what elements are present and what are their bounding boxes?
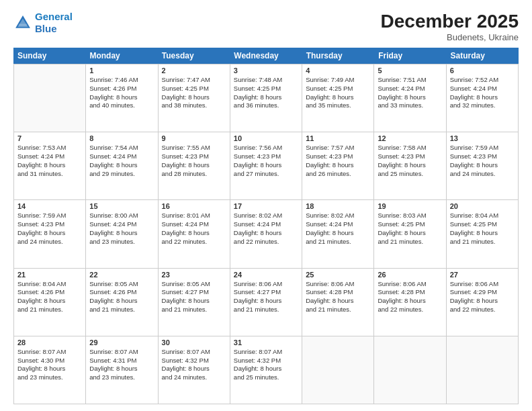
weekday-header-wednesday: Wednesday [230,48,302,64]
cell-info-line: and 22 minutes. [378,306,442,314]
day-cell-1: 1Sunrise: 7:46 AMSunset: 4:26 PMDaylight… [86,64,158,132]
empty-cell [447,336,519,404]
cell-info-line: Sunrise: 7:46 AM [89,76,154,85]
cell-info-line: and 24 minutes. [17,238,82,246]
day-cell-28: 28Sunrise: 8:07 AMSunset: 4:30 PMDayligh… [14,336,86,404]
cell-info-line: and 21 minutes. [162,306,226,314]
cell-info-line: Sunset: 4:23 PM [17,220,82,229]
day-cell-7: 7Sunrise: 7:53 AMSunset: 4:24 PMDaylight… [14,132,86,199]
day-number: 29 [89,338,154,347]
calendar-row-4: 21Sunrise: 8:04 AMSunset: 4:26 PMDayligh… [13,268,519,336]
day-number: 24 [234,271,298,279]
day-number: 23 [162,271,226,279]
cell-info-line: Daylight: 8 hours [450,297,515,306]
cell-info-line: Sunset: 4:31 PM [89,357,154,365]
title-block: December 2025 Budenets, Ukraine [381,11,519,42]
day-cell-21: 21Sunrise: 8:04 AMSunset: 4:26 PMDayligh… [14,269,86,336]
day-number: 15 [89,202,154,210]
calendar-row-2: 7Sunrise: 7:53 AMSunset: 4:24 PMDaylight… [13,132,519,199]
cell-info-line: Sunset: 4:32 PM [234,357,298,365]
cell-info-line: Sunset: 4:23 PM [306,152,370,161]
cell-info-line: Sunrise: 7:59 AM [450,144,515,152]
cell-info-line: Sunset: 4:24 PM [450,85,515,93]
day-cell-5: 5Sunrise: 7:51 AMSunset: 4:24 PMDaylight… [374,64,446,132]
weekday-header-tuesday: Tuesday [158,48,230,64]
day-cell-29: 29Sunrise: 8:07 AMSunset: 4:31 PMDayligh… [86,336,158,404]
day-number: 6 [450,66,515,75]
day-number: 3 [234,66,298,75]
calendar-header: SundayMondayTuesdayWednesdayThursdayFrid… [13,48,519,64]
empty-cell [302,336,374,404]
day-number: 2 [162,66,226,75]
month-title: December 2025 [381,11,519,32]
empty-cell [374,336,446,404]
day-number: 28 [17,338,82,347]
day-number: 31 [234,338,298,347]
cell-info-line: Sunrise: 8:05 AM [162,280,226,289]
day-number: 21 [17,271,82,279]
cell-info-line: and 29 minutes. [89,170,154,179]
cell-info-line: Sunrise: 7:53 AM [17,144,82,152]
cell-info-line: Sunrise: 8:06 AM [450,280,515,289]
cell-info-line: Sunset: 4:24 PM [162,220,226,229]
cell-info-line: Sunrise: 7:58 AM [378,144,442,152]
day-cell-20: 20Sunrise: 8:04 AMSunset: 4:25 PMDayligh… [447,200,519,267]
weekday-header-friday: Friday [374,48,446,64]
day-number: 9 [162,134,226,142]
cell-info-line: Sunrise: 8:03 AM [378,212,442,220]
cell-info-line: and 21 minutes. [234,306,298,314]
cell-info-line: Sunrise: 8:00 AM [89,212,154,220]
day-cell-18: 18Sunrise: 8:02 AMSunset: 4:24 PMDayligh… [302,200,374,267]
cell-info-line: Sunrise: 8:07 AM [89,348,154,357]
day-cell-9: 9Sunrise: 7:55 AMSunset: 4:23 PMDaylight… [159,132,230,199]
cell-info-line: Sunrise: 8:01 AM [162,212,226,220]
cell-info-line: Daylight: 8 hours [162,161,226,170]
cell-info-line: Sunset: 4:26 PM [89,288,154,297]
cell-info-line: and 23 minutes. [89,238,154,246]
cell-info-line: and 36 minutes. [234,101,298,110]
day-number: 5 [378,66,442,75]
cell-info-line: Sunset: 4:23 PM [234,152,298,161]
day-cell-23: 23Sunrise: 8:05 AMSunset: 4:27 PMDayligh… [159,269,230,336]
day-cell-3: 3Sunrise: 7:48 AMSunset: 4:25 PMDaylight… [230,64,302,132]
cell-info-line: Sunset: 4:26 PM [89,85,154,93]
cell-info-line: Sunset: 4:24 PM [17,152,82,161]
header: General Blue December 2025 Budenets, Ukr… [13,11,519,42]
cell-info-line: and 40 minutes. [89,101,154,110]
cell-info-line: Sunset: 4:25 PM [234,85,298,93]
cell-info-line: and 33 minutes. [378,101,442,110]
cell-info-line: Sunrise: 8:04 AM [17,280,82,289]
day-number: 22 [89,271,154,279]
day-cell-2: 2Sunrise: 7:47 AMSunset: 4:25 PMDaylight… [159,64,230,132]
cell-info-line: Sunset: 4:25 PM [162,85,226,93]
day-number: 16 [162,202,226,210]
day-cell-19: 19Sunrise: 8:03 AMSunset: 4:25 PMDayligh… [374,200,446,267]
cell-info-line: Sunset: 4:23 PM [378,152,442,161]
cell-info-line: Daylight: 8 hours [89,93,154,102]
cell-info-line: Sunrise: 8:04 AM [450,212,515,220]
cell-info-line: and 21 minutes. [306,238,370,246]
cell-info-line: Sunrise: 8:07 AM [162,348,226,357]
cell-info-line: Sunrise: 8:05 AM [89,280,154,289]
cell-info-line: Daylight: 8 hours [234,93,298,102]
cell-info-line: Daylight: 8 hours [234,161,298,170]
cell-info-line: Sunrise: 8:06 AM [378,280,442,289]
day-cell-30: 30Sunrise: 8:07 AMSunset: 4:32 PMDayligh… [159,336,230,404]
cell-info-line: Daylight: 8 hours [450,229,515,238]
day-cell-25: 25Sunrise: 8:06 AMSunset: 4:28 PMDayligh… [302,269,374,336]
cell-info-line: Daylight: 8 hours [89,297,154,306]
cell-info-line: and 21 minutes. [306,306,370,314]
cell-info-line: and 22 minutes. [234,238,298,246]
cell-info-line: Daylight: 8 hours [162,297,226,306]
day-number: 11 [306,134,370,142]
day-number: 20 [450,202,515,210]
cell-info-line: Daylight: 8 hours [162,229,226,238]
cell-info-line: and 22 minutes. [450,306,515,314]
day-cell-10: 10Sunrise: 7:56 AMSunset: 4:23 PMDayligh… [230,132,302,199]
cell-info-line: Sunset: 4:24 PM [306,220,370,229]
cell-info-line: Daylight: 8 hours [306,161,370,170]
cell-info-line: Daylight: 8 hours [306,297,370,306]
day-number: 7 [17,134,82,142]
cell-info-line: Sunrise: 7:52 AM [450,76,515,85]
day-cell-14: 14Sunrise: 7:59 AMSunset: 4:23 PMDayligh… [14,200,86,267]
